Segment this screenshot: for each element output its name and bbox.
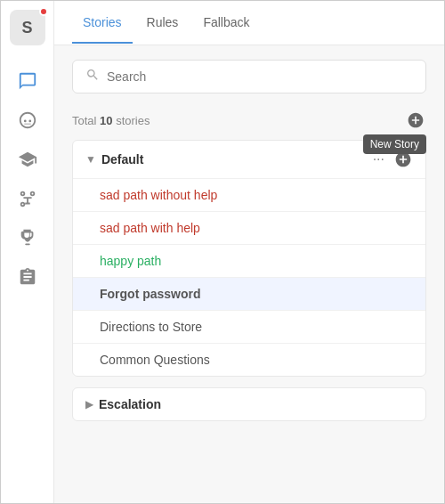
- content-section: Total 10 stories New Story ▼ Default ···: [54, 101, 444, 503]
- total-text: Total 10 stories: [72, 114, 150, 127]
- total-suffix: stories: [113, 114, 150, 127]
- sidebar-icon-graduation[interactable]: [10, 142, 45, 177]
- group-header-escalation[interactable]: ▶ Escalation: [73, 388, 425, 420]
- sidebar-icon-bot[interactable]: [10, 102, 45, 138]
- story-group-default: ▼ Default ··· sad path without help sad …: [72, 140, 426, 377]
- story-item-4[interactable]: Directions to Store: [73, 310, 425, 343]
- search-box: [72, 60, 426, 93]
- tab-fallback[interactable]: Fallback: [192, 3, 260, 44]
- notification-badge: [39, 7, 48, 16]
- main-area: Stories Rules Fallback Total 10 stories: [54, 1, 444, 503]
- avatar[interactable]: S: [10, 10, 45, 45]
- group-name-default: Default: [101, 152, 364, 167]
- sidebar-icon-clipboard[interactable]: [10, 259, 45, 295]
- search-area: [54, 45, 444, 101]
- tab-rules[interactable]: Rules: [136, 3, 190, 44]
- story-item-2[interactable]: happy path: [73, 244, 425, 277]
- story-count: 10: [100, 114, 112, 127]
- story-item-3[interactable]: Forgot password: [73, 277, 425, 310]
- chevron-right-icon: ▶: [85, 398, 93, 411]
- story-item-0[interactable]: sad path without help: [73, 178, 425, 211]
- total-line: Total 10 stories New Story: [72, 110, 426, 131]
- group-name-escalation: Escalation: [99, 397, 413, 411]
- add-story-container: New Story: [405, 110, 426, 131]
- svg-point-0: [23, 120, 26, 123]
- add-story-button[interactable]: [405, 110, 426, 131]
- story-group-escalation: ▶ Escalation: [72, 387, 426, 421]
- sidebar-icon-chat[interactable]: [10, 63, 45, 99]
- top-tabs: Stories Rules Fallback: [54, 1, 444, 45]
- story-item-1[interactable]: sad path with help: [73, 211, 425, 244]
- sidebar-icon-fork[interactable]: [10, 181, 45, 216]
- new-story-tooltip: New Story: [363, 134, 426, 154]
- chevron-down-icon: ▼: [85, 153, 96, 166]
- story-item-5[interactable]: Common Questions: [73, 343, 425, 376]
- svg-point-1: [28, 120, 31, 123]
- tab-stories[interactable]: Stories: [72, 3, 133, 44]
- search-icon: [85, 68, 100, 85]
- sidebar-icon-cup[interactable]: [10, 220, 45, 256]
- left-sidebar: S: [1, 1, 54, 503]
- avatar-label: S: [21, 19, 32, 37]
- search-input[interactable]: [107, 69, 413, 84]
